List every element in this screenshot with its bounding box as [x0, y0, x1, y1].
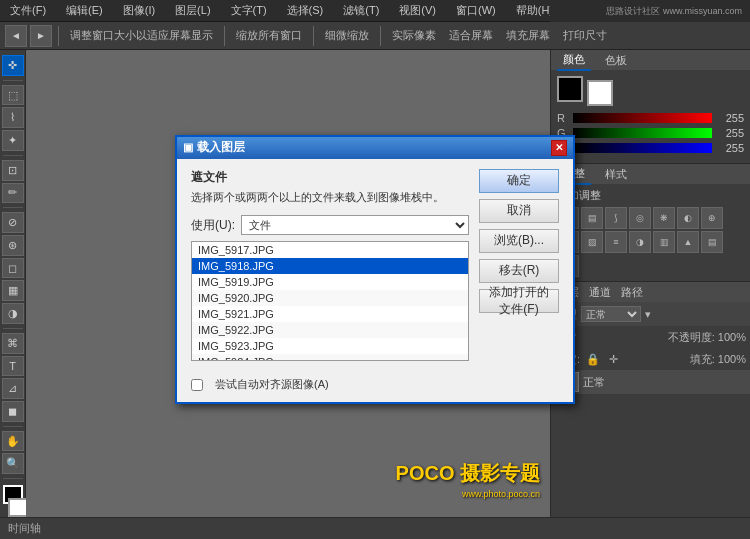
dialog-left: 遮文件 选择两个或两两个以上的文件来载入到图像堆栈中。 使用(U): 文件 文件…	[191, 169, 469, 361]
remove-button[interactable]: 移去(R)	[479, 259, 559, 283]
cancel-button[interactable]: 取消	[479, 199, 559, 223]
dialog-close-button[interactable]: ✕	[551, 140, 567, 156]
dialog-title-icon: ▣	[183, 141, 193, 154]
file-item-4[interactable]: IMG_5921.JPG	[192, 306, 468, 322]
dialog-title: 载入图层	[197, 139, 245, 156]
file-item-7[interactable]: IMG_5924.JPG	[192, 354, 468, 361]
file-item-1[interactable]: IMG_5918.JPG	[192, 258, 468, 274]
file-item-5[interactable]: IMG_5922.JPG	[192, 322, 468, 338]
browse-button[interactable]: 浏览(B)...	[479, 229, 559, 253]
dialog-overlay: ▣ 载入图层 ✕ 遮文件 选择两个或两两个以上的文件来载入到图像堆栈中。 使用(…	[0, 0, 750, 539]
file-item-6[interactable]: IMG_5923.JPG	[192, 338, 468, 354]
add-open-button[interactable]: 添加打开的文件(F)	[479, 289, 559, 313]
ok-button[interactable]: 确定	[479, 169, 559, 193]
file-item-0[interactable]: IMG_5917.JPG	[192, 242, 468, 258]
dialog-title-area: ▣ 载入图层	[183, 139, 245, 156]
dialog-description: 选择两个或两两个以上的文件来载入到图像堆栈中。	[191, 190, 469, 205]
photoshop-app: 文件(F) 编辑(E) 图像(I) 图层(L) 文字(T) 选择(S) 滤镜(T…	[0, 0, 750, 539]
dialog-body: 遮文件 选择两个或两两个以上的文件来载入到图像堆栈中。 使用(U): 文件 文件…	[177, 159, 573, 371]
use-label: 使用(U):	[191, 217, 235, 234]
auto-align-checkbox[interactable]	[191, 379, 203, 391]
load-layers-dialog: ▣ 载入图层 ✕ 遮文件 选择两个或两两个以上的文件来载入到图像堆栈中。 使用(…	[175, 135, 575, 404]
dialog-titlebar: ▣ 载入图层 ✕	[177, 137, 573, 159]
use-select[interactable]: 文件 文件夹	[241, 215, 469, 235]
dialog-section-title: 遮文件	[191, 169, 469, 186]
dialog-footer: 尝试自动对齐源图像(A)	[177, 371, 573, 402]
file-listbox[interactable]: IMG_5917.JPG IMG_5918.JPG IMG_5919.JPG I…	[191, 241, 469, 361]
file-item-3[interactable]: IMG_5920.JPG	[192, 290, 468, 306]
file-item-2[interactable]: IMG_5919.JPG	[192, 274, 468, 290]
auto-align-label: 尝试自动对齐源图像(A)	[215, 377, 329, 392]
use-row: 使用(U): 文件 文件夹	[191, 215, 469, 235]
dialog-right: 确定 取消 浏览(B)... 移去(R) 添加打开的文件(F)	[479, 169, 559, 361]
